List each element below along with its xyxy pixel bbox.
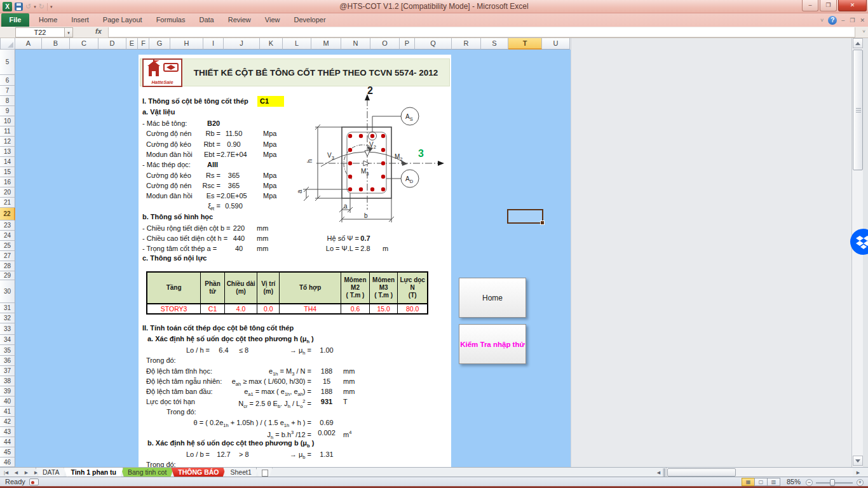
scroll-down-icon[interactable]: [853, 456, 863, 466]
workbook-close-icon[interactable]: ✕: [860, 17, 865, 24]
row-header-23[interactable]: 23: [0, 220, 15, 231]
row-header-16[interactable]: 16: [0, 177, 15, 187]
ribbon-tab-insert[interactable]: Insert: [64, 13, 96, 27]
zoom-slider-thumb[interactable]: [830, 479, 835, 486]
column-header-M[interactable]: M: [311, 38, 341, 50]
sheet-tab-data[interactable]: DATA: [36, 468, 66, 477]
column-header-S[interactable]: S: [481, 38, 508, 50]
column-header-H[interactable]: H: [170, 38, 203, 50]
forces-data-cell[interactable]: 4.0: [225, 304, 258, 313]
sheet-tab-sheet1[interactable]: Sheet1: [223, 468, 258, 477]
row-header-29[interactable]: 29: [0, 271, 15, 280]
forces-data-cell[interactable]: 15.0: [370, 304, 398, 313]
column-header-E[interactable]: E: [126, 38, 138, 50]
row-header-43[interactable]: 43: [0, 427, 15, 437]
row-header-22[interactable]: 22: [0, 208, 15, 220]
prev-sheet-icon[interactable]: ◀: [12, 468, 20, 477]
active-cell-T22[interactable]: [507, 209, 543, 224]
column-header-Q[interactable]: Q: [415, 38, 452, 50]
home-button[interactable]: Home: [459, 278, 526, 318]
help-icon[interactable]: ?: [828, 16, 837, 25]
row-header-9[interactable]: 9: [0, 106, 15, 116]
ribbon-tab-formulas[interactable]: Formulas: [149, 13, 193, 27]
zoom-level[interactable]: 85%: [787, 478, 801, 485]
row-header-13[interactable]: 13: [0, 147, 15, 157]
first-sheet-icon[interactable]: |◀: [2, 468, 10, 477]
scroll-up-icon[interactable]: [853, 38, 863, 48]
minimize-button[interactable]: –: [802, 0, 818, 11]
forces-data-cell[interactable]: STORY3: [147, 304, 201, 313]
horizontal-scrollbar-thumb[interactable]: [667, 468, 736, 477]
column-header-J[interactable]: J: [224, 38, 260, 50]
column-header-D[interactable]: D: [98, 38, 126, 50]
sheet-tab-bang-tinh-cot[interactable]: Bang tinh cot: [121, 468, 173, 477]
forces-data-cell[interactable]: 0.0: [257, 304, 280, 313]
row-header-8[interactable]: 8: [0, 96, 15, 106]
row-header-20[interactable]: 20: [0, 187, 15, 198]
column-header-F[interactable]: F: [138, 38, 149, 50]
row-header-7[interactable]: 7: [0, 86, 15, 96]
row-header-46[interactable]: 46: [0, 458, 15, 467]
ribbon-tab-page-layout[interactable]: Page Layout: [96, 13, 149, 27]
ribbon-tab-review[interactable]: Review: [221, 13, 258, 27]
row-header-40[interactable]: 40: [0, 396, 15, 407]
insert-worksheet-tab[interactable]: [256, 468, 273, 477]
row-header-15[interactable]: 15: [0, 167, 15, 177]
row-header-32[interactable]: 32: [0, 313, 15, 323]
formula-input[interactable]: [108, 27, 855, 37]
column-header-A[interactable]: A: [15, 38, 42, 50]
row-header-38[interactable]: 38: [0, 376, 15, 386]
row-header-31[interactable]: 31: [0, 303, 15, 313]
page-layout-view-icon[interactable]: ▢: [754, 478, 768, 486]
row-header-44[interactable]: 44: [0, 437, 15, 447]
row-header-36[interactable]: 36: [0, 356, 15, 366]
row-header-21[interactable]: 21: [0, 198, 15, 208]
ribbon-tab-view[interactable]: View: [258, 13, 287, 27]
normal-view-icon[interactable]: ▦: [742, 478, 755, 486]
column-header-R[interactable]: R: [452, 38, 481, 50]
column-header-T[interactable]: T: [508, 38, 542, 50]
close-button[interactable]: ✕: [838, 0, 867, 11]
sheet-tab-thông-báo[interactable]: THÔNG BÁO: [171, 468, 226, 477]
file-tab[interactable]: File: [1, 13, 29, 27]
zoom-in-icon[interactable]: +: [857, 479, 864, 486]
row-header-25[interactable]: 25: [0, 241, 15, 251]
geometry-value[interactable]: 440: [226, 233, 252, 243]
ribbon-tab-data[interactable]: Data: [192, 13, 220, 27]
hscroll-right-icon[interactable]: ▶: [854, 468, 862, 477]
sheet-tab-tinh-1-phan-tu[interactable]: Tinh 1 phan tu: [64, 468, 123, 477]
row-header-6[interactable]: 6: [0, 75, 15, 86]
row-header-28[interactable]: 28: [0, 261, 15, 271]
forces-data-cell[interactable]: 0.6: [341, 304, 370, 313]
row-header-37[interactable]: 37: [0, 366, 15, 376]
ribbon-tab-developer[interactable]: Developer: [287, 13, 332, 27]
column-header-N[interactable]: N: [341, 38, 370, 50]
macro-record-icon[interactable]: [29, 478, 39, 485]
column-header-O[interactable]: O: [370, 38, 400, 50]
column-header-B[interactable]: B: [42, 38, 70, 50]
row-header-10[interactable]: 10: [0, 116, 15, 126]
column-id-cell[interactable]: C1: [257, 96, 284, 107]
page-break-view-icon[interactable]: ▥: [767, 478, 780, 486]
column-header-P[interactable]: P: [400, 38, 415, 50]
row-header-39[interactable]: 39: [0, 386, 15, 396]
forces-data-cell[interactable]: TH4: [280, 304, 341, 313]
column-header-C[interactable]: C: [70, 38, 98, 50]
expand-ribbon-icon[interactable]: ˅: [820, 17, 824, 24]
insert-function-icon[interactable]: fx: [95, 27, 102, 35]
column-header-G[interactable]: G: [149, 38, 170, 50]
row-header-45[interactable]: 45: [0, 447, 15, 458]
restore-button[interactable]: ❐: [820, 0, 837, 11]
name-box[interactable]: T22: [15, 27, 65, 37]
row-header-27[interactable]: 27: [0, 251, 15, 261]
ribbon-tab-home[interactable]: Home: [32, 13, 64, 27]
row-header-14[interactable]: 14: [0, 157, 15, 167]
select-all-corner[interactable]: [0, 38, 15, 50]
row-header-24[interactable]: 24: [0, 231, 15, 241]
row-header-42[interactable]: 42: [0, 417, 15, 427]
geometry-value[interactable]: 40: [226, 243, 252, 254]
workbook-restore-icon[interactable]: ❐: [850, 17, 855, 24]
formula-bar-expand-icon[interactable]: ˅: [862, 29, 865, 34]
next-sheet-icon[interactable]: ▶: [22, 468, 31, 477]
geometry-value[interactable]: 220: [226, 223, 252, 233]
